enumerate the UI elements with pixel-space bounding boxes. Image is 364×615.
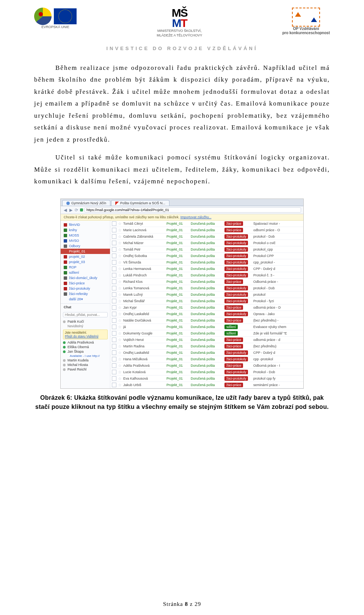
sidebar-label[interactable]: MOSS [61,233,110,238]
nav-forward-icon[interactable]: ▶ [69,208,73,212]
sidebar-label[interactable]: filmVID [61,222,110,227]
sidebar-label[interactable]: žáci-práce [61,281,110,286]
sidebar-label[interactable]: Projekt_01 [61,249,110,254]
star-icon[interactable]: ☆ [118,370,122,374]
star-icon[interactable]: ☆ [118,286,122,290]
mail-row[interactable]: ☆Michal ŠindlářProjekt_01Doručená poštaž… [110,298,303,304]
mail-row[interactable]: ☆Tomáš PetrProjekt_01Doručená poštažáci-… [110,246,303,253]
mail-row[interactable]: ☆Lucie KotalováProjekt_01Doručená poštaž… [110,369,303,375]
checkbox[interactable] [112,273,116,278]
mail-row[interactable]: ☆jáProjekt_01Doručená poštasdíleníEvalua… [110,324,303,330]
mail-row[interactable]: ☆Jakub UrbišProjekt_01Doručená poštažáci… [110,382,303,388]
checkbox[interactable] [112,234,116,239]
mail-row[interactable]: ☆Ondřej LaskafeldProjekt_01Doručená pošt… [110,350,303,356]
star-icon[interactable]: ☆ [118,254,122,258]
mail-row[interactable]: ☆Lukáš PindrochProjekt_01Doručená poštaž… [110,272,303,279]
sidebar-label[interactable]: MVSO [61,238,110,243]
checkbox[interactable] [112,221,116,226]
star-icon[interactable]: ☆ [118,325,122,329]
chat-contact[interactable]: Martin Kudela [63,358,108,363]
checkbox[interactable] [112,357,116,361]
checkbox[interactable] [112,325,116,329]
star-icon[interactable]: ☆ [118,293,122,297]
import-bookmarks-link[interactable]: Importovat záložky... [180,215,212,219]
mail-row[interactable]: ☆Martin RadinaProjekt_01Doručená poštažá… [110,343,303,350]
checkbox[interactable] [112,228,116,232]
star-icon[interactable]: ☆ [118,241,122,245]
checkbox[interactable] [112,292,116,297]
chat-contact[interactable]: Adéla Prašivková [63,340,108,345]
checkbox[interactable] [112,318,116,323]
mail-row[interactable]: ☆Tomáš CikrytProjekt_01Doručená poštažác… [110,221,303,227]
checkbox[interactable] [112,312,116,316]
star-icon[interactable]: ☆ [118,235,122,239]
sidebar-label[interactable]: žáci-domácí_úkoly [61,275,110,281]
mail-row[interactable]: ☆Marek LužnýProjekt_01Doručená poštažáci… [110,292,303,298]
star-icon[interactable]: ☆ [118,338,122,342]
sidebar-label[interactable]: další 28▾ [61,296,110,302]
address-input[interactable] [85,207,301,213]
checkbox[interactable] [112,241,116,245]
mail-row[interactable]: ☆Jan KyprProjekt_01Doručená poštažáci-pr… [110,304,303,311]
checkbox[interactable] [112,279,116,284]
star-icon[interactable]: ☆ [118,344,122,348]
star-icon[interactable]: ☆ [118,331,122,336]
checkbox[interactable] [112,370,116,374]
checkbox[interactable] [112,337,116,342]
mail-row[interactable]: ☆Richard KlosProjekt_01Doručená poštažác… [110,279,303,285]
sidebar-label[interactable]: projekt_02 [61,254,110,259]
star-icon[interactable]: ☆ [118,248,122,252]
checkbox[interactable] [112,260,116,265]
checkbox[interactable] [112,383,116,387]
nav-reload-icon[interactable]: ⟳ [74,208,78,212]
star-icon[interactable]: ☆ [118,273,122,278]
presence-visible-link[interactable]: Přejít do stavu Viditelný [65,334,99,338]
mail-row[interactable]: ☆Lenka TomanováProjekt_01Doručená poštaž… [110,285,303,292]
mail-row[interactable]: ☆Natálie DurčákováProjekt_01Doručená poš… [110,317,303,324]
sidebar-label[interactable]: žáci-referáty [61,291,110,296]
star-icon[interactable]: ☆ [118,319,122,323]
star-icon[interactable]: ☆ [118,357,122,361]
browser-tab[interactable]: Pošta Gymnázium a SOŠ N... [111,200,169,206]
mail-row[interactable]: ☆Vít ŠimurdaProjekt_01Doručená poštažáci… [110,259,303,266]
star-icon[interactable]: ☆ [118,306,122,310]
browser-tab[interactable]: Gymnázium Nový Jičín [62,200,110,206]
sidebar-label[interactable]: knihy [61,227,110,233]
star-icon[interactable]: ☆ [118,351,122,355]
checkbox[interactable] [112,254,116,258]
chat-contact[interactable]: Michal Hlosta [63,363,108,367]
mail-row[interactable]: ☆Lenka HermanováProjekt_01Doručená pošta… [110,266,303,272]
chat-contact[interactable]: Eliška Oberná [63,345,108,349]
star-icon[interactable]: ☆ [118,280,122,284]
star-icon[interactable]: ☆ [118,267,122,271]
checkbox[interactable] [112,376,116,381]
mail-row[interactable]: ☆Ondřej SobotkaProjekt_01Doručená poštaž… [110,253,303,259]
star-icon[interactable]: ☆ [118,364,122,368]
mail-row[interactable]: ☆Vojtěch HerutProjekt_01Doručená poštažá… [110,337,303,343]
chat-search-input[interactable] [63,312,108,317]
checkbox[interactable] [112,344,116,348]
star-icon[interactable]: ☆ [118,383,122,387]
sidebar-label[interactable]: žáci-protokoly [61,286,110,291]
star-icon[interactable]: ☆ [118,377,122,381]
checkbox[interactable] [112,350,116,355]
chat-contact[interactable]: Jan Škapa [63,349,108,354]
checkbox[interactable] [112,286,116,290]
mail-row[interactable]: ☆Ondřej LaskafeldProjekt_01Doručená pošt… [110,311,303,317]
star-icon[interactable]: ☆ [118,299,122,303]
checkbox[interactable] [112,299,116,303]
sidebar-label[interactable]: projekt_03 [61,259,110,265]
mail-row[interactable]: ☆Michal MázerProjekt_01Doručená poštažác… [110,240,303,246]
mail-row[interactable]: ☆Dokumenty GoogleProjekt_01Doručená pošt… [110,330,303,337]
mail-row[interactable]: ☆Adéla PrašivkováProjekt_01Doručená pošt… [110,363,303,369]
sidebar-label[interactable]: Odbory [61,243,110,249]
checkbox[interactable] [112,305,116,310]
sidebar-label[interactable]: ROP [61,265,110,270]
checkbox[interactable] [112,247,116,252]
mail-row[interactable]: ☆Hana MičulkováProjekt_01Doručená poštaž… [110,356,303,363]
star-icon[interactable]: ☆ [118,222,122,226]
nav-back-icon[interactable]: ◀ [63,208,67,212]
star-icon[interactable]: ☆ [118,228,122,232]
sidebar-label[interactable]: sdílení [61,270,110,275]
checkbox[interactable] [112,266,116,271]
